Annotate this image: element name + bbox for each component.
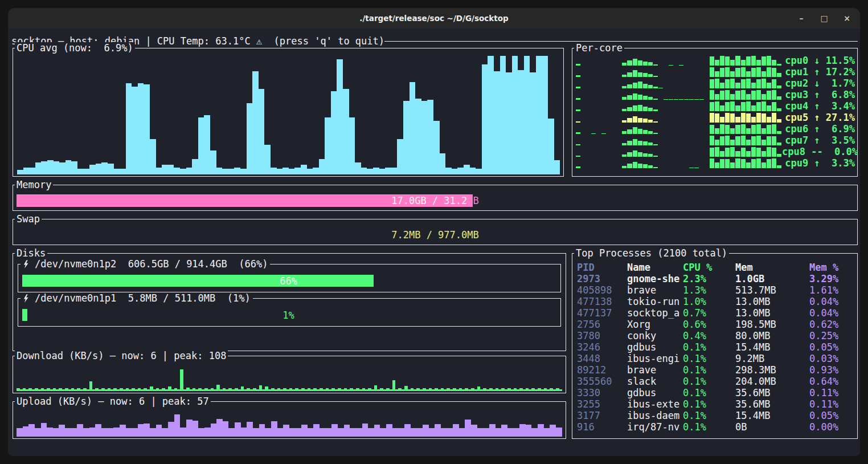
minimize-button[interactable]: – xyxy=(796,8,806,29)
chart-bar xyxy=(253,388,256,389)
chart-bar xyxy=(772,60,776,66)
chart-bar xyxy=(35,428,41,429)
window-titlebar[interactable]: ./target/release/soc ~/D/G/socktop – □ × xyxy=(8,8,860,29)
chart-bar xyxy=(627,118,632,123)
chart-bar xyxy=(772,158,776,168)
chart-bar xyxy=(627,72,632,77)
chart-bar xyxy=(772,79,776,88)
disk-0-gauge-label: 66% xyxy=(22,275,555,287)
chart-bar xyxy=(113,428,120,429)
chart-bar xyxy=(264,145,271,174)
chart-bar xyxy=(735,151,740,157)
chart-bar xyxy=(350,388,353,389)
chart-bar xyxy=(271,421,277,430)
chart-bar xyxy=(761,101,766,111)
chart-bar xyxy=(653,64,658,66)
chart-bar xyxy=(741,113,746,123)
process-cell-mem: 13.0MB xyxy=(735,307,809,319)
chart-bar xyxy=(550,425,556,429)
chart-bar xyxy=(725,102,730,111)
chart-bar xyxy=(730,162,735,168)
chart-bar xyxy=(710,90,714,100)
process-cell-pid: 3177 xyxy=(577,410,627,421)
chart-bar xyxy=(767,125,771,134)
chart-bar xyxy=(664,99,668,100)
maximize-button[interactable]: □ xyxy=(819,8,829,29)
chart-bar xyxy=(633,127,637,134)
chart-bar xyxy=(772,113,776,123)
process-cell-cpu: 0.1% xyxy=(683,387,735,398)
chart-bar xyxy=(648,131,653,134)
chart-bar xyxy=(174,388,178,389)
chart-bar xyxy=(459,428,465,429)
chart-bar xyxy=(380,388,383,389)
close-button[interactable]: × xyxy=(842,8,852,29)
chart-bar xyxy=(756,102,761,111)
process-cell-cpu: 0.1% xyxy=(683,398,735,410)
chart-bar xyxy=(84,169,90,174)
chart-bar xyxy=(735,68,740,77)
chart-bar xyxy=(289,169,295,174)
chart-bar xyxy=(271,388,275,389)
core-label: cpu3 ↑ 6.8% xyxy=(782,89,855,100)
process-row: 3255ibus-exte0.1%35.6MB0.11% xyxy=(577,398,855,410)
process-cell-mem: 513.7MB xyxy=(735,284,809,296)
chart-bar xyxy=(761,162,766,168)
chart-bar xyxy=(730,113,735,123)
chart-bar xyxy=(277,169,283,174)
chart-bar xyxy=(204,428,211,429)
chart-bar xyxy=(720,91,724,100)
process-cell-memp: 0.11% xyxy=(809,387,855,398)
chart-bar xyxy=(35,388,38,389)
core-row: cpu1 ↑ 17.2% xyxy=(576,66,855,78)
chart-bar xyxy=(638,82,642,88)
chart-bar xyxy=(429,428,435,429)
chart-bar xyxy=(368,388,371,389)
core-row: cpu6 ↑ 6.9% xyxy=(576,123,855,135)
download-panel: Download (KB/s) — now: 6 | peak: 108 xyxy=(13,356,566,393)
chart-bar xyxy=(23,426,29,429)
chart-bar xyxy=(350,428,356,429)
chart-bar xyxy=(548,119,554,174)
chart-bar xyxy=(59,388,62,389)
chart-bar xyxy=(767,105,771,111)
chart-bar xyxy=(741,79,746,88)
chart-bar xyxy=(777,165,781,168)
chart-bar xyxy=(751,83,756,88)
chart-bar xyxy=(720,83,724,88)
chart-bar xyxy=(538,388,541,389)
chart-bar xyxy=(23,388,26,389)
process-cell-pid: 2973 xyxy=(577,273,627,284)
chart-bar xyxy=(144,424,150,429)
core-label: cpu7 ↑ 3.5% xyxy=(782,135,855,146)
chart-bar xyxy=(643,84,648,88)
chart-bar xyxy=(746,94,751,100)
chart-bar xyxy=(633,139,637,145)
chart-bar xyxy=(531,388,535,389)
chart-bar xyxy=(746,128,751,134)
chart-bar xyxy=(271,168,277,174)
chart-bar xyxy=(720,136,724,145)
chart-bar xyxy=(59,425,65,429)
disk-1-pct: (1%) xyxy=(227,292,251,304)
chart-bar xyxy=(386,388,390,389)
chart-bar xyxy=(489,388,493,389)
chart-bar xyxy=(132,428,138,429)
chart-bar xyxy=(715,94,719,100)
chart-bar xyxy=(653,109,658,111)
terminal-screen[interactable]: socktop — host: debian | CPU Temp: 63.1°… xyxy=(8,29,860,456)
chart-bar xyxy=(368,428,374,429)
chart-bar xyxy=(669,99,673,100)
chart-bar xyxy=(71,388,75,389)
disk-0-pct: (66%) xyxy=(239,258,268,270)
chart-bar xyxy=(465,420,471,429)
chart-bar xyxy=(17,170,23,174)
chart-bar xyxy=(108,428,114,429)
chart-bar xyxy=(343,89,349,174)
chart-bar xyxy=(653,144,658,145)
chart-bar xyxy=(349,117,355,174)
chart-bar xyxy=(17,428,23,429)
chart-bar xyxy=(756,79,761,88)
disk-bolt-icon xyxy=(23,260,29,268)
chart-bar xyxy=(746,71,751,77)
